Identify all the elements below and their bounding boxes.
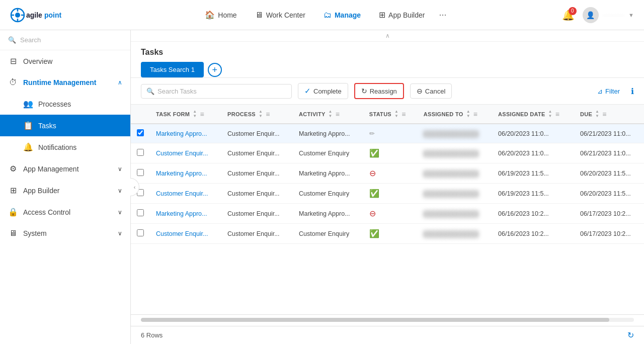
search-placeholder: Search (20, 36, 41, 44)
row-checkbox[interactable] (137, 229, 144, 236)
th-taskform: TASK FORM ▲▼ ≡ (150, 105, 221, 124)
cell-assignedto: ██████████████ (418, 204, 492, 224)
add-tab-button[interactable]: + (208, 63, 222, 77)
reassign-button[interactable]: ↻ Reassign (354, 83, 404, 99)
sidebar-item-runtime[interactable]: ⏱ Runtime Management ∧ (0, 72, 130, 93)
table-footer: 6 Rows ↻ (131, 326, 644, 344)
nav-manage-label: Manage (335, 11, 361, 19)
sidebar-item-appmanagement[interactable]: ⚙ App Management ∨ (0, 158, 130, 180)
nav-more[interactable]: ··· (435, 8, 450, 22)
col-menu-icon[interactable]: ≡ (401, 110, 406, 118)
cell-checkbox[interactable] (131, 204, 150, 224)
sidebar-item-overview[interactable]: ⊟ Overview (0, 50, 130, 72)
horizontal-scrollbar[interactable] (141, 318, 634, 322)
search-input[interactable]: 🔍 Search Tasks (141, 84, 292, 99)
collapse-top-button[interactable]: ∧ (131, 30, 644, 42)
reassign-icon: ↻ (361, 87, 367, 95)
cancel-button[interactable]: ⊖ Cancel (410, 83, 452, 99)
sort-activity[interactable]: ▲▼ (329, 110, 333, 118)
th-assigneddate: ASSIGNED DATE ▲▼ ≡ (492, 105, 574, 124)
col-menu-icon[interactable]: ≡ (473, 110, 477, 118)
cell-checkbox[interactable] (131, 224, 150, 244)
info-button[interactable]: ℹ (631, 87, 634, 96)
table-body: Marketing Appro...Customer Enquir...Mark… (131, 124, 644, 244)
toolbar-right: ⊿ Filter ℹ (592, 84, 634, 98)
sort-assignedto[interactable]: ▲▼ (466, 110, 470, 118)
overview-icon: ⊟ (8, 56, 18, 66)
sidebar-item-notifications[interactable]: 🔔 Notifications (0, 136, 130, 158)
th-checkbox (131, 105, 150, 124)
cell-taskform[interactable]: Marketing Appro... (150, 204, 221, 224)
row-checkbox[interactable] (137, 209, 144, 216)
row-checkbox[interactable] (137, 129, 144, 136)
sidebar-item-processes[interactable]: 👥 Processes (0, 93, 130, 115)
status-edit-icon[interactable]: ✏ (369, 130, 375, 137)
sidebar-item-appbuilder[interactable]: ⊞ App Builder ∨ (0, 180, 130, 201)
cell-taskform[interactable]: Marketing Appro... (150, 124, 221, 143)
cell-checkbox[interactable] (131, 124, 150, 143)
status-complete-icon: ✅ (369, 149, 379, 157)
cell-taskform[interactable]: Customer Enquir... (150, 224, 221, 244)
tabs-row: Tasks Search 1 + (141, 62, 634, 77)
cell-assigneddate: 06/16/2023 10:2... (492, 204, 574, 224)
cell-taskform[interactable]: Marketing Appro... (150, 163, 221, 184)
col-menu-icon[interactable]: ≡ (200, 110, 204, 118)
refresh-button[interactable]: ↻ (627, 330, 634, 340)
sidebar-item-tasks[interactable]: 📋 Tasks (0, 115, 130, 136)
cell-process: Customer Enquir... (221, 204, 293, 224)
top-navigation: agile point 🏠 Home 🖥 Work Center 🗂 Manag… (0, 0, 644, 30)
user-menu[interactable]: 👤 ············ ▼ (583, 7, 634, 23)
cell-assigneddate: 06/19/2023 11:5... (492, 163, 574, 184)
chevron-up-icon: ∧ (385, 32, 390, 39)
sidebar-item-label: App Builder (23, 187, 59, 195)
svg-text:agile: agile (26, 11, 42, 19)
chevron-up-icon: ∧ (118, 79, 122, 86)
th-activity: ACTIVITY ▲▼ ≡ (293, 105, 363, 124)
filter-button[interactable]: ⊿ Filter (592, 84, 625, 98)
sort-process[interactable]: ▲▼ (259, 110, 263, 118)
col-menu-icon[interactable]: ≡ (336, 110, 340, 118)
cell-checkbox[interactable] (131, 143, 150, 163)
cell-process: Customer Enquir... (221, 163, 293, 184)
cell-process: Customer Enquir... (221, 184, 293, 204)
tasks-table: TASK FORM ▲▼ ≡ PROCESS ▲▼ ≡ (131, 105, 644, 244)
col-menu-icon[interactable]: ≡ (602, 110, 606, 118)
row-checkbox[interactable] (137, 149, 144, 156)
status-complete-icon: ✅ (369, 229, 379, 238)
cell-activity: Customer Enquiry (293, 224, 363, 244)
cancel-icon: ⊖ (417, 87, 423, 95)
sort-taskform[interactable]: ▲▼ (193, 110, 197, 118)
nav-workcenter-label: Work Center (266, 11, 305, 19)
tab-tasks-search-1[interactable]: Tasks Search 1 (141, 62, 204, 77)
sort-assigneddate[interactable]: ▲▼ (548, 110, 552, 118)
filter-label: Filter (605, 88, 620, 95)
nav-workcenter[interactable]: 🖥 Work Center (247, 7, 313, 24)
settings-icon: ⚙ (8, 164, 18, 174)
sidebar-item-accesscontrol[interactable]: 🔒 Access Control ∨ (0, 201, 130, 223)
col-menu-icon[interactable]: ≡ (266, 110, 270, 118)
col-menu-icon[interactable]: ≡ (555, 110, 559, 118)
cell-taskform[interactable]: Customer Enquir... (150, 143, 221, 163)
cell-assignedto: ██████████████ (418, 124, 492, 143)
sidebar-item-system[interactable]: 🖥 System ∨ (0, 223, 130, 244)
row-checkbox[interactable] (137, 169, 144, 176)
nav-home[interactable]: 🏠 Home (197, 6, 245, 24)
notifications-button[interactable]: 🔔 0 (562, 9, 575, 21)
sort-due[interactable]: ▲▼ (595, 110, 599, 118)
svg-point-1 (15, 13, 20, 18)
table-row: Customer Enquir...Customer Enquir...Cust… (131, 143, 644, 163)
nav-appbuilder[interactable]: ⊞ App Builder (371, 6, 433, 24)
nav-manage[interactable]: 🗂 Manage (315, 7, 369, 24)
cell-taskform[interactable]: Customer Enquir... (150, 184, 221, 204)
user-icon: 👤 (586, 11, 595, 19)
cell-due: 06/17/2023 10:2... (574, 204, 644, 224)
cell-due: 06/21/2023 11:0... (574, 143, 644, 163)
complete-button[interactable]: ✓ Complete (298, 83, 348, 99)
sort-status[interactable]: ▲▼ (394, 110, 398, 118)
sidebar-search[interactable]: 🔍 Search (0, 30, 130, 50)
cell-activity: Customer Enquiry (293, 143, 363, 163)
cell-activity: Marketing Appro... (293, 163, 363, 184)
page-title: Tasks (141, 48, 634, 57)
brand-logo[interactable]: agile point (10, 8, 65, 23)
chevron-down-icon: ∨ (118, 230, 122, 237)
